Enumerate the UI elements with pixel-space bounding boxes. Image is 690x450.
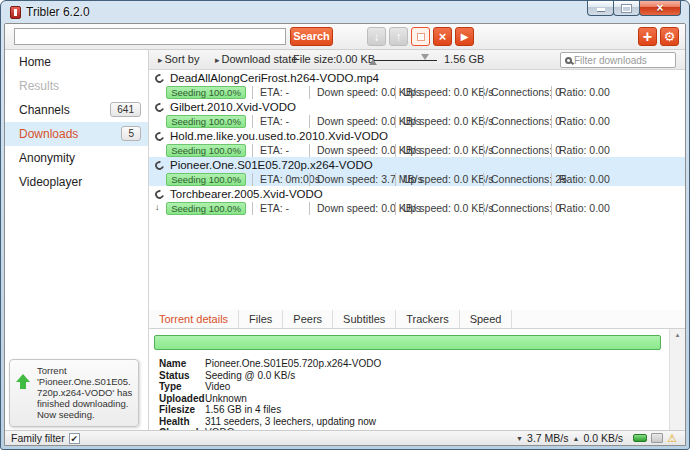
ratio-value: Ratio: 0.00 <box>551 115 610 128</box>
field-label: Type <box>159 381 205 393</box>
network-icon <box>651 433 663 443</box>
search-input[interactable] <box>14 28 286 45</box>
up-speed-value: Up speed: 0.0 KB/s <box>395 115 493 128</box>
torrent-stats: Seeding 100.0% ETA: 0m:00s Down speed: 3… <box>149 173 685 186</box>
remove-icon: × <box>439 30 447 43</box>
download-state-control[interactable]: ▸Download state <box>215 53 297 65</box>
window-controls: × <box>588 1 681 16</box>
tab-speed[interactable]: Speed <box>460 310 513 328</box>
search-icon <box>565 57 572 64</box>
close-button[interactable]: × <box>639 1 681 16</box>
download-row[interactable]: Torchbearer.2005.Xvid-VODO ↓ Seeding 100… <box>149 186 685 215</box>
torrent-stats: Seeding 100.0% ETA: - Down speed: 0.0 KB… <box>149 115 685 128</box>
torrent-name: Hold.me.like.you.used.to.2010.Xvid-VODO <box>170 130 388 142</box>
field-value: Unknown <box>205 393 247 405</box>
progress-bar: Seeding 100.0% <box>166 86 246 99</box>
toolbar: Search ↓ ↑ × ▶ + ⚙ <box>5 24 685 50</box>
tab-subtitles[interactable]: Subtitles <box>333 310 396 328</box>
sidebar-item-label: Downloads <box>19 127 78 141</box>
statusbar-right: ▼ 3.7 MB/s ▲ 0.0 KB/s ⚠ <box>516 432 677 444</box>
tab-peers[interactable]: Peers <box>283 310 333 328</box>
channels-count-badge: 641 <box>110 102 141 117</box>
maximize-button[interactable] <box>613 1 640 16</box>
filter-downloads-input[interactable] <box>574 55 664 66</box>
minimize-button[interactable] <box>587 1 614 16</box>
titlebar: Tribler 6.2.0 <box>1 1 689 23</box>
torrent-details-pane: ▴ NamePioneer.One.S01E05.720p.x264-VODO … <box>149 329 685 430</box>
progress-bar: Seeding 100.0% <box>166 144 246 157</box>
expander-icon: ▸ <box>215 55 220 65</box>
tribler-logo-icon <box>10 6 21 19</box>
file-size-label: File size: <box>293 53 336 65</box>
list-header: ▸Sort by ▸Download state File size: 0.00… <box>149 50 685 70</box>
up-speed-value: Up speed: 0.0 KB/s <box>395 173 493 186</box>
torrent-name: Gilbert.2010.Xvid-VODO <box>170 101 296 113</box>
upload-speed-icon: ▲ <box>572 435 579 442</box>
play-button[interactable]: ▶ <box>455 27 474 46</box>
sort-by-control[interactable]: ▸Sort by <box>158 53 199 65</box>
search-button[interactable]: Search <box>290 27 333 46</box>
tab-files[interactable]: Files <box>239 310 283 328</box>
tab-torrent-details[interactable]: Torrent details <box>149 310 239 328</box>
sort-by-label: Sort by <box>165 53 200 65</box>
total-up-speed: 0.0 KB/s <box>583 432 623 444</box>
eta-value: ETA: - <box>252 86 289 99</box>
minimize-icon <box>597 8 605 11</box>
sidebar-item-videoplayer[interactable]: Videoplayer <box>5 170 148 194</box>
download-row[interactable]: Hold.me.like.you.used.to.2010.Xvid-VODO … <box>149 128 685 157</box>
down-arrow-icon: ↓ <box>374 30 380 44</box>
download-row[interactable]: Gilbert.2010.Xvid-VODO Seeding 100.0% ET… <box>149 99 685 128</box>
slider-min-handle[interactable] <box>369 59 377 65</box>
sidebar-item-results[interactable]: Results <box>5 74 148 98</box>
torrent-stats: Seeding 100.0% ETA: - Down speed: 0.0 KB… <box>149 144 685 157</box>
torrent-status-icon <box>153 101 165 113</box>
corner-buttons: + ⚙ <box>638 27 679 46</box>
tribler-window: Tribler 6.2.0 × Search ↓ ↑ × ▶ + ⚙ Home <box>0 0 690 450</box>
sidebar-item-anonymity[interactable]: Anonymity <box>5 146 148 170</box>
eta-value: ETA: - <box>252 115 289 128</box>
maximize-icon <box>622 5 631 12</box>
notification-text: Torrent 'Pioneer.One.S01E05.720p.x264-VO… <box>37 365 132 420</box>
up-speed-value: Up speed: 0.0 KB/s <box>395 202 493 215</box>
connections-value: Connections: 0 <box>483 115 561 128</box>
stop-button[interactable] <box>411 27 430 46</box>
progress-bar: Seeding 100.0% <box>166 173 246 186</box>
add-torrent-button[interactable]: + <box>638 27 657 46</box>
connections-value: Connections: 0 <box>483 202 561 215</box>
sidebar-item-home[interactable]: Home <box>5 50 148 74</box>
progress-bar: Seeding 100.0% <box>166 115 246 128</box>
up-arrow-icon: ↑ <box>396 30 402 44</box>
connections-value: Connections: 0 <box>483 144 561 157</box>
field-value: Seeding @ 0.0 KB/s <box>205 370 295 382</box>
download-row[interactable]: DeadAllAlongCeriFrost.h264-VODO.mp4 Seed… <box>149 70 685 99</box>
move-up-button[interactable]: ↑ <box>389 27 408 46</box>
move-down-button[interactable]: ↓ <box>367 27 386 46</box>
torrent-stats: Seeding 100.0% ETA: - Down speed: 0.0 KB… <box>149 86 685 99</box>
sidebar-item-downloads[interactable]: Downloads5 <box>5 122 148 146</box>
family-filter-checkbox[interactable]: ✔ <box>69 433 80 444</box>
warning-icon[interactable]: ⚠ <box>667 433 677 444</box>
plus-icon: + <box>643 29 652 45</box>
ratio-value: Ratio: 0.00 <box>551 144 610 157</box>
ratio-value: Ratio: 0.00 <box>551 173 610 186</box>
filter-downloads-box <box>560 52 676 68</box>
close-icon: × <box>640 1 680 15</box>
torrent-name: DeadAllAlongCeriFrost.h264-VODO.mp4 <box>170 72 379 84</box>
torrent-stats: Seeding 100.0% ETA: - Down speed: 0.0 KB… <box>149 202 685 215</box>
download-row-selected[interactable]: Pioneer.One.S01E05.720p.x264-VODO Seedin… <box>149 157 685 186</box>
sidebar-item-label: Videoplayer <box>19 175 82 189</box>
remove-button[interactable]: × <box>433 27 452 46</box>
torrent-name: Pioneer.One.S01E05.720p.x264-VODO <box>170 159 373 171</box>
ratio-value: Ratio: 0.00 <box>551 202 610 215</box>
field-label: Filesize <box>159 404 205 416</box>
sidebar-item-channels[interactable]: Channels641 <box>5 98 148 122</box>
field-value: 311 seeders, 3 leechers, updating now <box>205 416 376 428</box>
slider-max-handle[interactable] <box>421 54 429 60</box>
details-fields: NamePioneer.One.S01E05.720p.x264-VODO St… <box>159 358 381 439</box>
torrent-status-icon <box>153 188 165 200</box>
file-size-slider[interactable] <box>373 60 437 61</box>
settings-button[interactable]: ⚙ <box>660 27 679 46</box>
tab-trackers[interactable]: Trackers <box>396 310 459 328</box>
details-scrollbar[interactable]: ▴ <box>669 329 685 430</box>
expander-icon: ▸ <box>158 55 163 65</box>
